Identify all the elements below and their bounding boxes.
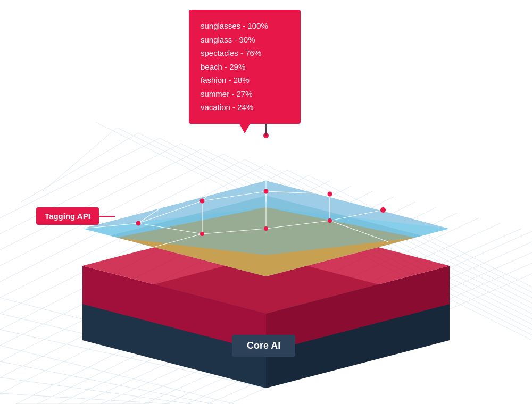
svg-point-92	[264, 189, 269, 194]
svg-point-95	[200, 232, 204, 236]
tag-line-5: fashion - 28%	[201, 73, 289, 87]
core-ai-label: Core AI	[232, 335, 295, 357]
svg-point-91	[200, 199, 205, 204]
tag-line-1: sunglasses - 100%	[201, 19, 289, 33]
tag-line-6: summer - 27%	[201, 87, 289, 101]
tag-line-3: spectacles - 76%	[201, 46, 289, 60]
svg-point-96	[264, 226, 268, 231]
svg-point-93	[328, 192, 332, 197]
tag-line-4: beach - 29%	[201, 60, 289, 74]
tags-popup: sunglasses - 100% sunglass - 90% spectac…	[189, 10, 301, 124]
svg-point-94	[380, 207, 386, 213]
tag-line-2: sunglass - 90%	[201, 33, 289, 47]
svg-point-90	[136, 221, 141, 226]
svg-point-97	[328, 218, 332, 223]
tag-line-7: vacation - 24%	[201, 100, 289, 114]
tagging-api-label: Tagging API	[36, 207, 99, 225]
